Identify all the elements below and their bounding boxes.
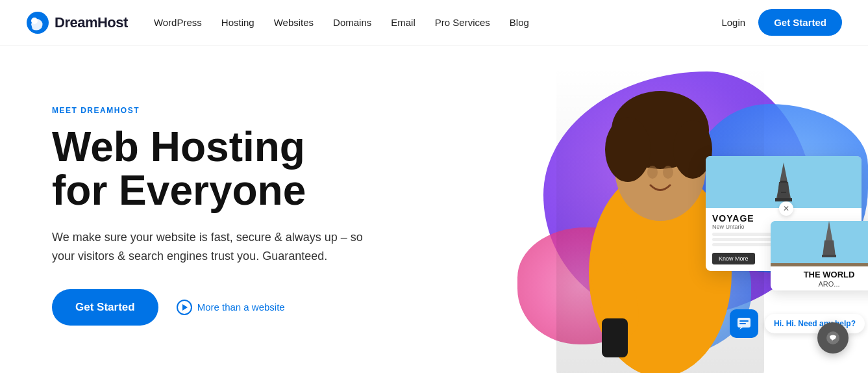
chat-bubble: Hi. Hi. Need any help?: [765, 314, 865, 333]
svg-rect-16: [781, 192, 786, 193]
blob-container: VOYAGE New Untario Know More ✕: [427, 52, 868, 373]
svg-rect-21: [738, 318, 750, 328]
world-card-title: THE WORLD ARO...: [771, 266, 868, 290]
nav-blog[interactable]: Blog: [510, 17, 529, 28]
hero-eyebrow: MEET DREAMHOST: [52, 106, 428, 115]
svg-rect-15: [780, 181, 787, 183]
svg-rect-10: [602, 318, 628, 357]
svg-point-8: [663, 166, 673, 179]
hero-content: MEET DREAMHOST Web Hosting for Everyone …: [52, 106, 428, 326]
hero-actions: Get Started More than a website: [52, 289, 428, 326]
navbar: DreamHost WordPress Hosting Websites Dom…: [0, 0, 868, 45]
card-know-more[interactable]: Know More: [712, 253, 755, 264]
hero-section: MEET DREAMHOST Web Hosting for Everyone …: [0, 45, 868, 373]
chat-greeting-hi: Hi.: [774, 319, 786, 328]
world-card-image: [771, 221, 868, 266]
hero-title-line2: for Everyone: [52, 167, 306, 214]
svg-marker-19: [823, 240, 836, 257]
svg-point-7: [647, 166, 658, 179]
svg-rect-23: [739, 323, 746, 324]
login-link[interactable]: Login: [721, 17, 745, 28]
brand-name: DreamHost: [55, 14, 128, 31]
world-card-svg: [771, 221, 868, 263]
svg-rect-20: [822, 255, 836, 257]
play-triangle: [182, 304, 188, 311]
card-image-area: [706, 156, 862, 208]
more-than-link[interactable]: More than a website: [177, 300, 285, 315]
nav-domains[interactable]: Domains: [333, 17, 371, 28]
get-started-hero-button[interactable]: Get Started: [52, 289, 158, 326]
hero-title-line1: Web Hosting: [52, 123, 305, 170]
nav-right: Login Get Started: [721, 9, 842, 36]
card-image-svg: [706, 156, 862, 208]
svg-point-5: [605, 117, 651, 182]
dreamhost-logo-icon: [26, 11, 49, 34]
get-started-nav-button[interactable]: Get Started: [758, 9, 842, 36]
chat-svg-icon: [736, 316, 752, 331]
chat-corner-button[interactable]: [817, 322, 849, 354]
hero-visual: VOYAGE New Untario Know More ✕: [401, 45, 868, 373]
nav-pro-services[interactable]: Pro Services: [435, 17, 490, 28]
hero-title: Web Hosting for Everyone: [52, 125, 428, 212]
nav-email[interactable]: Email: [391, 17, 415, 28]
logo[interactable]: DreamHost: [26, 11, 128, 34]
play-icon: [177, 300, 192, 315]
nav-links: WordPress Hosting Websites Domains Email…: [154, 17, 722, 28]
world-card: THE WORLD ARO...: [771, 221, 868, 290]
svg-rect-14: [775, 198, 792, 201]
chat-icon: [730, 309, 758, 338]
nav-hosting[interactable]: Hosting: [221, 17, 254, 28]
nav-websites[interactable]: Websites: [274, 17, 314, 28]
nav-wordpress[interactable]: WordPress: [154, 17, 202, 28]
chat-corner-icon: [825, 330, 841, 346]
svg-point-1: [31, 18, 38, 24]
svg-rect-17: [771, 221, 868, 263]
hero-description: We make sure your website is fast, secur…: [52, 228, 377, 266]
svg-rect-22: [739, 320, 749, 322]
card-close-button[interactable]: ✕: [779, 201, 793, 216]
more-than-label: More than a website: [197, 302, 285, 313]
